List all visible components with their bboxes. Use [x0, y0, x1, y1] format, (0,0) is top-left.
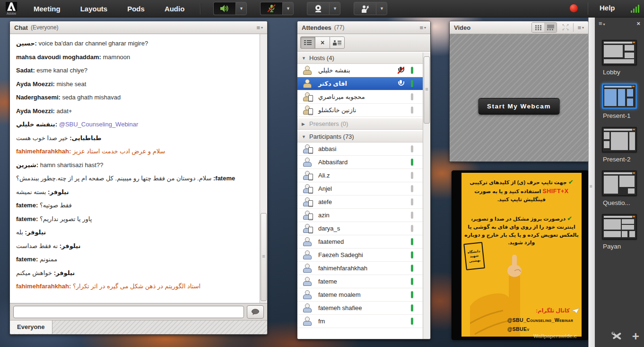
attendee-row[interactable]: fahimehfarahkhah — [297, 262, 423, 275]
attendee-row[interactable]: بنفشه خليلي — [297, 64, 423, 77]
attendee-row[interactable]: abbasi — [297, 142, 423, 156]
attendee-row[interactable]: fatemeh shafiee — [297, 302, 423, 315]
attendee-name: atefe — [318, 198, 332, 205]
chat-input[interactable] — [13, 306, 244, 318]
chat-scope-label: (Everyone) — [31, 24, 59, 31]
layout-list: Lobby Present-1 Present-2 Questio... Pay… — [595, 29, 644, 258]
hosts-section-header[interactable]: ▼ Hosts (4) — [297, 53, 423, 64]
speaker-button[interactable] — [213, 2, 235, 15]
mobile-device-badge-icon — [308, 95, 313, 102]
attendee-name: نازنین خانکشلو — [318, 107, 356, 114]
chat-message-author: بنفشه خليلي: — [16, 121, 57, 128]
chat-tabs-bar: Everyone — [10, 320, 267, 334]
header-divider — [573, 23, 574, 32]
attendees-scrollbar[interactable] — [423, 53, 430, 339]
layout-thumbnail[interactable] — [602, 83, 637, 109]
layout-thumbnail[interactable] — [602, 214, 637, 240]
chat-message: fahimehfarahkhah: استاد الگوریتم در ذهن … — [16, 283, 253, 290]
video-pod-header: Video ↖↗↙↘ ≡▾ — [450, 21, 588, 34]
attendee-name: Anjel — [318, 185, 332, 192]
chat-message-text: خواهش میکنم — [16, 269, 52, 276]
status-view-button[interactable] — [330, 36, 345, 49]
manage-layouts-wrench-icon[interactable] — [611, 331, 622, 341]
raise-hand-dropdown[interactable]: ▼ — [376, 2, 387, 15]
layout-item-payan[interactable]: Payan — [602, 214, 637, 250]
attendee-row[interactable]: نازنین خانکشلو — [297, 104, 423, 117]
mobile-device-badge-icon — [308, 227, 313, 233]
sidebar-resize-handle[interactable] — [588, 17, 595, 347]
raise-hand-button[interactable] — [354, 2, 376, 15]
everyone-tab[interactable]: Everyone — [10, 320, 52, 334]
menu-pods[interactable]: Pods — [127, 5, 145, 13]
attendee-row[interactable]: Anjel — [297, 182, 423, 196]
chat-message: Sadat: esme kanal chiye? — [16, 67, 253, 74]
attendee-status-bar — [411, 304, 413, 311]
mic-dropdown[interactable]: ▼ — [282, 2, 294, 15]
chat-message-author: fahimehfarahkhah: — [16, 283, 71, 290]
chat-pod-menu-button[interactable]: ≡▾ — [256, 25, 263, 31]
chat-scrollbar[interactable] — [260, 34, 267, 303]
attendee-row[interactable]: atefe — [297, 196, 423, 209]
attendee-row[interactable]: fateme moalem — [297, 288, 423, 302]
presenters-section-header[interactable]: ▶ Presenters (0) — [297, 118, 423, 130]
attendee-avatar-icon — [302, 317, 313, 326]
layouts-close-button[interactable]: × — [636, 20, 640, 27]
fullscreen-button[interactable]: ↖↗↙↘ — [562, 24, 569, 31]
video-pod-menu-button[interactable]: ≡▾ — [577, 25, 584, 31]
webcam-button[interactable] — [307, 2, 329, 15]
attendee-row[interactable]: faatemed — [297, 235, 423, 249]
layout-thumbnail[interactable] — [602, 127, 637, 152]
speaker-dropdown[interactable]: ▼ — [235, 2, 247, 15]
start-webcam-button[interactable]: Start My Webcam — [478, 98, 560, 115]
attendee-row[interactable]: darya_s — [297, 222, 423, 235]
chat-message-author: Sadat: — [16, 67, 35, 74]
chat-message-text: سلام. دوستان من فقط چتها رو میبینم. کل ص… — [16, 175, 211, 182]
layout-thumbnail[interactable] — [602, 40, 637, 65]
chat-link[interactable]: @SBU_Counseling_Webinar — [59, 121, 139, 128]
participants-section-header[interactable]: ▼ Participants (73) — [297, 131, 423, 142]
chat-message: نیلوفر: خواهش میکنم — [16, 269, 253, 276]
attendee-row[interactable]: Ali.z — [297, 169, 423, 182]
attendee-row[interactable]: محجوبه میرناصري — [297, 90, 423, 104]
layout-item-present2[interactable]: Present-2 — [602, 127, 637, 163]
send-message-button[interactable] — [247, 305, 264, 319]
connection-strength-icon[interactable] — [631, 4, 640, 13]
breakout-view-button[interactable]: × — [315, 36, 330, 49]
attendee-row[interactable]: azin — [297, 209, 423, 222]
attendee-row[interactable]: اقای دکتر — [297, 77, 423, 90]
attendee-row[interactable]: fateme — [297, 275, 423, 288]
layout-item-lobby[interactable]: Lobby — [602, 40, 637, 76]
add-layout-button[interactable]: + — [632, 331, 639, 341]
layout-thumbnail[interactable] — [602, 170, 637, 196]
menu-meeting[interactable]: Meeting — [34, 5, 61, 13]
attendees-scrollbar-thumb[interactable] — [424, 56, 430, 124]
grid-view-button[interactable] — [532, 23, 544, 32]
telegram-handle-2: @SBUEv — [507, 326, 579, 332]
attendee-name: بنفشه خليلي — [318, 67, 350, 74]
attendee-status-bar — [411, 185, 413, 192]
attendee-row[interactable]: fm — [297, 315, 423, 328]
mic-muted-icon — [266, 4, 277, 13]
attendee-name: fateme — [318, 278, 337, 285]
attendee-avatar-icon — [302, 184, 313, 193]
attendee-row[interactable]: Faezeh Sadeghi — [297, 249, 423, 262]
layouts-sidebar-header: ≡▾ × — [595, 17, 644, 29]
layout-item-present1[interactable]: Present-1 — [602, 83, 637, 119]
attendee-avatar-icon — [302, 197, 313, 206]
chat-scrollbar-thumb[interactable] — [261, 213, 267, 301]
layouts-menu-button[interactable]: ≡▾ — [599, 20, 605, 27]
filmstrip-view-button[interactable] — [544, 23, 557, 32]
webcam-dropdown[interactable]: ▼ — [329, 2, 340, 15]
attendee-row[interactable]: Abbasifard — [297, 156, 423, 169]
chat-message-author: fateme: — [213, 175, 235, 182]
help-button[interactable]: Help — [600, 4, 615, 12]
menu-audio[interactable]: Audio — [165, 5, 185, 13]
attendee-avatar-icon — [302, 144, 313, 153]
chat-message-author: fateme: — [16, 202, 38, 209]
mic-button[interactable] — [260, 2, 282, 15]
attendee-name: darya_s — [318, 225, 340, 232]
attendees-pod-menu-button[interactable]: ≡▾ — [419, 25, 426, 31]
layout-item-questions[interactable]: Questio... — [602, 170, 637, 206]
attendee-list-view-button[interactable] — [300, 36, 315, 49]
menu-layouts[interactable]: Layouts — [80, 5, 108, 13]
